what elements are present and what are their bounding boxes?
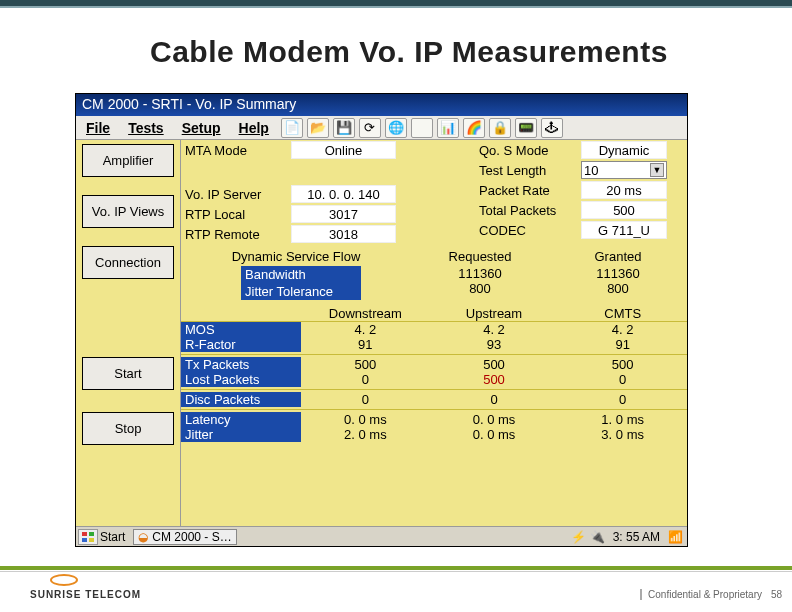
stats-cell: 0 (301, 372, 430, 387)
stats-cell: 500 (430, 372, 559, 387)
stats-cell: 0 (558, 392, 687, 407)
toolbar-control-icon[interactable]: 🕹 (541, 118, 563, 138)
chevron-down-icon: ▼ (650, 163, 664, 177)
stats-cell: 0. 0 ms (430, 427, 559, 442)
menu-help[interactable]: Help (231, 118, 277, 138)
value-bw-granted: 111360 (549, 266, 687, 281)
label-total-packets: Total Packets (461, 203, 581, 218)
slide-title: Cable Modem Vo. IP Measurements (150, 35, 772, 69)
stats-cell: 0 (558, 372, 687, 387)
stats-cell: 4. 2 (301, 322, 430, 337)
tray-icon-2[interactable]: 🔌 (590, 530, 605, 544)
label-mta-mode: MTA Mode (181, 143, 291, 158)
stats-cell: 2. 0 ms (301, 427, 430, 442)
stats-cell: 0 (430, 392, 559, 407)
stats-cell: 1. 0 ms (558, 412, 687, 427)
toolbar-refresh-icon[interactable]: ⟳ (359, 118, 381, 138)
value-mta-mode: Online (291, 141, 396, 159)
stats-row-label: Disc Packets (181, 392, 301, 407)
tray-icon-1[interactable]: ⚡ (571, 530, 586, 544)
stats-row-label: Tx Packets (181, 357, 301, 372)
value-test-length: 10 (584, 163, 598, 178)
value-qos-mode: Dynamic (581, 141, 667, 159)
stats-row-label: R-Factor (181, 337, 301, 352)
stats-cell: 500 (558, 357, 687, 372)
sidebar-voip-views-button[interactable]: Vo. IP Views (82, 195, 174, 228)
stats-cell: 500 (301, 357, 430, 372)
svg-rect-0 (82, 532, 87, 536)
menu-setup[interactable]: Setup (174, 118, 229, 138)
stats-row: Latency0. 0 ms0. 0 ms1. 0 ms (181, 412, 687, 427)
footer-confidential: Confidential & Proprietary (640, 589, 762, 600)
label-test-length: Test Length (461, 163, 581, 178)
menu-file[interactable]: File (78, 118, 118, 138)
window-titlebar: CM 2000 - SRTI - Vo. IP Summary (76, 94, 687, 116)
toolbar-lock-icon[interactable]: 🔒 (489, 118, 511, 138)
value-codec: G 711_U (581, 221, 667, 239)
col-upstream: Upstream (430, 306, 559, 321)
logo-text: SUNRISE TELECOM (30, 589, 141, 600)
stats-row: Disc Packets000 (181, 392, 687, 407)
taskbar-task[interactable]: ◒ CM 2000 - S… (133, 529, 236, 545)
stats-row: Tx Packets500500500 (181, 357, 687, 372)
label-rtp-remote: RTP Remote (181, 227, 291, 242)
menu-tests[interactable]: Tests (120, 118, 172, 138)
label-dsf: Dynamic Service Flow (181, 249, 411, 264)
svg-rect-2 (82, 538, 87, 542)
stats-row: Lost Packets05000 (181, 372, 687, 387)
svg-rect-3 (89, 538, 94, 542)
stats-cell: 500 (430, 357, 559, 372)
value-total-packets: 500 (581, 201, 667, 219)
taskbar-task-label: CM 2000 - S… (152, 530, 231, 544)
label-bandwidth: Bandwidth (241, 266, 361, 283)
taskbar-clock: 3: 55 AM (613, 530, 660, 544)
stats-cell: 0. 0 ms (430, 412, 559, 427)
tray-icon-3[interactable]: 📶 (668, 530, 683, 544)
stats-cell: 3. 0 ms (558, 427, 687, 442)
content-area: MTA Mode Online Vo. IP Server 10. 0. 0. … (181, 140, 687, 526)
stats-row-label: Jitter (181, 427, 301, 442)
col-downstream: Downstream (301, 306, 430, 321)
page-number: 58 (771, 589, 782, 600)
label-rtp-local: RTP Local (181, 207, 291, 222)
value-rtp-local: 3017 (291, 205, 396, 223)
logo-icon (50, 574, 78, 586)
toolbar-new-icon[interactable]: 📄 (281, 118, 303, 138)
dropdown-test-length[interactable]: 10 ▼ (581, 161, 667, 179)
stats-row: MOS4. 24. 24. 2 (181, 322, 687, 337)
stats-cell: 4. 2 (558, 322, 687, 337)
value-jt-requested: 800 (411, 281, 549, 296)
toolbar-save-icon[interactable]: 💾 (333, 118, 355, 138)
stats-row-label: Latency (181, 412, 301, 427)
toolbar-blank-icon[interactable] (411, 118, 433, 138)
col-cmts: CMTS (558, 306, 687, 321)
taskbar-start-label[interactable]: Start (100, 530, 125, 544)
label-requested: Requested (411, 249, 549, 264)
taskbar-start-icon[interactable] (78, 529, 98, 545)
stats-row-label: Lost Packets (181, 372, 301, 387)
label-jitter-tolerance: Jitter Tolerance (241, 283, 361, 300)
sidebar-connection-button[interactable]: Connection (82, 246, 174, 279)
value-jt-granted: 800 (549, 281, 687, 296)
svg-rect-1 (89, 532, 94, 536)
sidebar-start-button[interactable]: Start (82, 357, 174, 390)
toolbar-browser-icon[interactable]: 🌐 (385, 118, 407, 138)
stats-cell: 4. 2 (430, 322, 559, 337)
sidebar: Amplifier Vo. IP Views Connection Start … (76, 140, 181, 526)
stats-cell: 91 (558, 337, 687, 352)
stats-cell: 0. 0 ms (301, 412, 430, 427)
toolbar-open-icon[interactable]: 📂 (307, 118, 329, 138)
sidebar-amplifier-button[interactable]: Amplifier (82, 144, 174, 177)
value-packet-rate: 20 ms (581, 181, 667, 199)
value-bw-requested: 111360 (411, 266, 549, 281)
toolbar-device-icon[interactable]: 📟 (515, 118, 537, 138)
stats-row-label: MOS (181, 322, 301, 337)
value-voip-server: 10. 0. 0. 140 (291, 185, 396, 203)
label-packet-rate: Packet Rate (461, 183, 581, 198)
toolbar-chart-icon[interactable]: 📊 (437, 118, 459, 138)
label-granted: Granted (549, 249, 687, 264)
stats-row: Jitter2. 0 ms0. 0 ms3. 0 ms (181, 427, 687, 442)
taskbar: Start ◒ CM 2000 - S… ⚡ 🔌 3: 55 AM 📶 (76, 526, 687, 546)
sidebar-stop-button[interactable]: Stop (82, 412, 174, 445)
toolbar-spectrum-icon[interactable]: 🌈 (463, 118, 485, 138)
